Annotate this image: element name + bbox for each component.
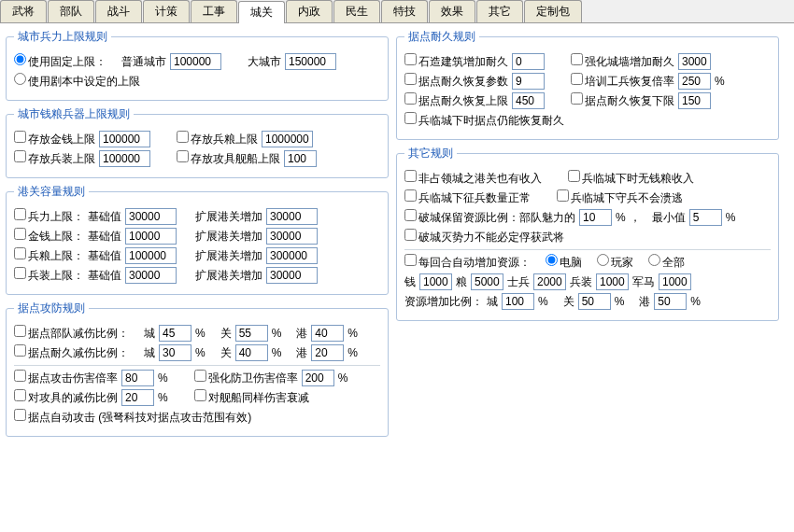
chk-port-equip[interactable]: 兵装上限： [14, 267, 84, 284]
input-keep-min[interactable] [689, 209, 722, 226]
chk-siege-redux[interactable]: 对攻具的减伤比例 [14, 389, 118, 406]
chk-siege-recov[interactable]: 兵临城下时据点仍能恢复耐久 [404, 112, 564, 129]
input-big-city[interactable] [285, 53, 336, 70]
chk-port-force[interactable]: 兵力上限： [14, 208, 84, 225]
chk-port-gold[interactable]: 金钱上限： [14, 228, 84, 245]
chk-food-cap[interactable]: 存放兵粮上限 [177, 131, 258, 147]
tab-10[interactable]: 其它 [476, 0, 523, 22]
input-port-gold-base[interactable] [125, 228, 177, 245]
group-city-force: 城市兵力上限规则 使用固定上限： 普通城市 大城市 使用剧本中设定的上限 [6, 29, 389, 101]
input-port-food-ext[interactable] [266, 247, 318, 264]
chk-siege-cap[interactable]: 存放攻具舰船上限 [177, 150, 280, 167]
input-recov-param[interactable] [512, 73, 545, 90]
tab-1[interactable]: 部队 [48, 0, 94, 22]
input-ratio-port[interactable] [654, 293, 687, 310]
chk-recov-max[interactable]: 据点耐久恢复上限 [404, 92, 508, 109]
chk-siege-noflee[interactable]: 兵临城下守兵不会溃逃 [557, 189, 683, 206]
tab-6[interactable]: 内政 [286, 0, 333, 22]
input-r1-city[interactable] [159, 325, 191, 342]
chk-train-mult[interactable]: 培训工兵恢复倍率 [571, 73, 674, 90]
input-r1-port[interactable] [311, 325, 344, 342]
chk-gold-cap[interactable]: 存放金钱上限 [14, 131, 95, 147]
group-base-combat: 据点攻防规则 据点部队减伤比例： 城 % 关 % 港 % 据点耐久减伤比例： 城… [6, 301, 389, 437]
tab-2[interactable]: 战斗 [95, 0, 142, 22]
main-panel: 城市兵力上限规则 使用固定上限： 普通城市 大城市 使用剧本中设定的上限 城市钱… [0, 23, 794, 442]
legend: 据点攻防规则 [14, 301, 89, 316]
input-port-equip-ext[interactable] [266, 267, 318, 284]
input-auto-money[interactable] [419, 273, 452, 290]
chk-atk-mult[interactable]: 据点攻击伤害倍率 [14, 370, 118, 386]
tab-5[interactable]: 城关 [238, 1, 285, 23]
legend: 港关容量规则 [14, 184, 89, 200]
input-siege-redux[interactable] [121, 389, 154, 406]
input-port-food-base[interactable] [125, 247, 177, 264]
input-siege-cap[interactable] [284, 150, 317, 167]
group-other: 其它规则 非占领城之港关也有收入 兵临城下时无钱粮收入 兵临城下征兵数量正常 兵… [396, 146, 779, 321]
tab-11[interactable]: 定制包 [524, 0, 582, 22]
chk-capture-officer[interactable]: 破城灭势力不能必定俘获武将 [404, 229, 564, 245]
input-atk-mult[interactable] [121, 370, 154, 386]
input-keep-pct[interactable] [579, 209, 612, 226]
input-r2-port[interactable] [311, 344, 344, 361]
chk-capture-keep[interactable]: 破城保留资源比例：部队魅力的 [404, 209, 575, 226]
chk-equip-cap[interactable]: 存放兵装上限 [14, 150, 95, 167]
input-ratio-city[interactable] [502, 293, 534, 310]
chk-unit-redux[interactable]: 据点部队减伤比例： [14, 325, 129, 342]
input-port-force-ext[interactable] [266, 208, 318, 225]
input-r2-city[interactable] [159, 344, 191, 361]
tab-0[interactable]: 武将 [0, 0, 47, 22]
lbl-normal-city: 普通城市 [121, 54, 166, 70]
tab-4[interactable]: 工事 [191, 0, 237, 22]
input-equip-cap[interactable] [99, 150, 150, 167]
input-auto-soldier[interactable] [533, 273, 566, 290]
tab-3[interactable]: 计策 [143, 0, 190, 22]
tab-bar: 武将部队战斗计策工事城关内政民生特技效果其它定制包 [0, 0, 794, 23]
input-train-mult[interactable] [678, 73, 711, 90]
input-r1-pass[interactable] [235, 325, 268, 342]
input-ratio-pass[interactable] [578, 293, 611, 310]
group-city-resource: 城市钱粮兵器上限规则 存放金钱上限 存放兵粮上限 存放兵装上限 存放攻具舰船上限 [6, 106, 389, 178]
chk-wall[interactable]: 强化城墙增加耐久 [571, 53, 674, 70]
radio-cpu[interactable]: 电脑 [546, 254, 582, 271]
chk-recov-min[interactable]: 据点耐久恢复下限 [571, 92, 674, 109]
chk-auto-resource[interactable]: 每回合自动增加资源： [404, 254, 531, 271]
input-port-equip-base[interactable] [125, 267, 177, 284]
input-gold-cap[interactable] [99, 131, 150, 147]
input-port-force-base[interactable] [125, 208, 177, 225]
input-auto-equip[interactable] [596, 273, 629, 290]
chk-auto-attack[interactable]: 据点自动攻击 (强弩科技对据点攻击范围有效) [14, 409, 251, 426]
chk-port-income[interactable]: 非占领城之港关也有收入 [404, 170, 542, 187]
tab-8[interactable]: 特技 [381, 0, 428, 22]
input-auto-horse[interactable] [659, 273, 691, 290]
legend: 据点耐久规则 [404, 29, 479, 45]
input-stone[interactable] [512, 53, 545, 70]
radio-all[interactable]: 全部 [648, 254, 685, 271]
group-port-capacity: 港关容量规则 兵力上限： 基础值 扩展港关增加 金钱上限： 基础值 扩展港关增加… [6, 184, 389, 295]
chk-port-food[interactable]: 兵粮上限： [14, 247, 84, 264]
input-recov-max[interactable] [512, 92, 545, 109]
input-normal-city[interactable] [170, 53, 221, 70]
chk-stone[interactable]: 石造建筑增加耐久 [404, 53, 508, 70]
input-food-cap[interactable] [262, 131, 313, 147]
chk-siege-noincome[interactable]: 兵临城下时无钱粮收入 [568, 170, 694, 187]
opt-fixed-limit[interactable]: 使用固定上限： [14, 53, 106, 70]
input-auto-food[interactable] [471, 273, 503, 290]
input-recov-min[interactable] [678, 92, 711, 109]
chk-ship-decay[interactable]: 对舰船同样伤害衰减 [194, 389, 309, 406]
chk-siege-draft[interactable]: 兵临城下征兵数量正常 [404, 189, 531, 206]
legend: 其它规则 [404, 146, 457, 161]
chk-dura-redux[interactable]: 据点耐久减伤比例： [14, 344, 129, 361]
radio-player[interactable]: 玩家 [597, 254, 633, 271]
opt-scenario-limit[interactable]: 使用剧本中设定的上限 [14, 73, 140, 90]
lbl-big-city: 大城市 [248, 54, 281, 70]
input-port-gold-ext[interactable] [266, 228, 318, 245]
tab-7[interactable]: 民生 [333, 0, 380, 22]
chk-def-mult[interactable]: 强化防卫伤害倍率 [194, 370, 298, 386]
chk-recov-param[interactable]: 据点耐久恢复参数 [404, 73, 508, 90]
input-r2-pass[interactable] [235, 344, 268, 361]
input-wall[interactable] [678, 53, 711, 70]
legend: 城市兵力上限规则 [14, 29, 111, 45]
input-def-mult[interactable] [302, 370, 334, 386]
tab-9[interactable]: 效果 [429, 0, 475, 22]
group-durability: 据点耐久规则 石造建筑增加耐久 强化城墙增加耐久 据点耐久恢复参数 培训工兵恢复… [396, 29, 779, 140]
